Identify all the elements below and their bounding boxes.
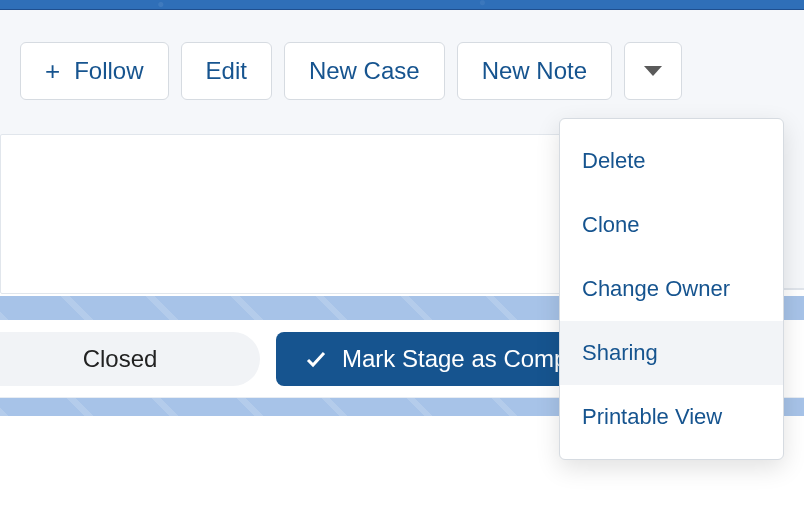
menu-item-label: Change Owner bbox=[582, 276, 730, 302]
more-actions-menu: Delete Clone Change Owner Sharing Printa… bbox=[559, 118, 784, 460]
action-bar: + Follow Edit New Case New Note bbox=[20, 42, 784, 100]
follow-button[interactable]: + Follow bbox=[20, 42, 169, 100]
app-header-stripe bbox=[0, 0, 804, 10]
check-icon bbox=[304, 347, 328, 371]
edit-label: Edit bbox=[206, 57, 247, 85]
plus-icon: + bbox=[45, 56, 60, 87]
new-case-label: New Case bbox=[309, 57, 420, 85]
menu-item-delete[interactable]: Delete bbox=[560, 129, 783, 193]
stage-closed-pill[interactable]: Closed bbox=[0, 332, 260, 386]
menu-item-sharing[interactable]: Sharing bbox=[560, 321, 783, 385]
new-note-button[interactable]: New Note bbox=[457, 42, 612, 100]
menu-item-change-owner[interactable]: Change Owner bbox=[560, 257, 783, 321]
menu-item-label: Clone bbox=[582, 212, 639, 238]
menu-item-label: Printable View bbox=[582, 404, 722, 430]
menu-item-label: Delete bbox=[582, 148, 646, 174]
new-note-label: New Note bbox=[482, 57, 587, 85]
edit-button[interactable]: Edit bbox=[181, 42, 272, 100]
more-actions-button[interactable] bbox=[624, 42, 682, 100]
follow-label: Follow bbox=[74, 57, 143, 85]
menu-item-printable-view[interactable]: Printable View bbox=[560, 385, 783, 449]
new-case-button[interactable]: New Case bbox=[284, 42, 445, 100]
chevron-down-icon bbox=[644, 66, 662, 76]
stage-closed-label: Closed bbox=[83, 345, 158, 373]
menu-item-label: Sharing bbox=[582, 340, 658, 366]
menu-item-clone[interactable]: Clone bbox=[560, 193, 783, 257]
